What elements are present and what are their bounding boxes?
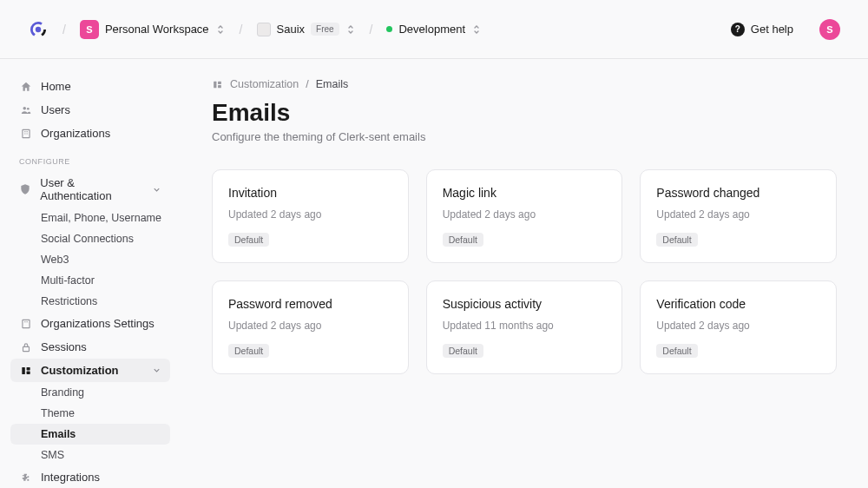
- card-badge: Default: [443, 344, 483, 358]
- clerk-logo[interactable]: [28, 19, 49, 40]
- help-label: Get help: [751, 23, 793, 36]
- sidebar-sub-emails[interactable]: Emails: [10, 424, 170, 445]
- page-title: Emails: [212, 99, 837, 127]
- sidebar-sub-social-connections[interactable]: Social Connections: [10, 228, 170, 249]
- sidebar-item-org-settings[interactable]: Organizations Settings: [10, 312, 170, 335]
- workspace-name: Personal Workspace: [105, 23, 209, 36]
- puzzle-icon: [19, 471, 32, 484]
- card-updated: Updated 11 months ago: [443, 320, 607, 332]
- card-title: Invitation: [228, 186, 392, 200]
- main-content: Customization / Emails Emails Configure …: [181, 59, 868, 488]
- chevron-down-icon: [152, 185, 161, 195]
- app-icon: [257, 23, 271, 36]
- card-title: Magic link: [443, 186, 607, 200]
- home-icon: [19, 80, 32, 93]
- sidebar-sub-restrictions[interactable]: Restrictions: [10, 291, 170, 312]
- selector-caret-icon: [471, 24, 482, 35]
- sidebar-item-integrations[interactable]: Integrations: [10, 465, 170, 488]
- breadcrumb-separator: /: [370, 23, 373, 36]
- organizations-icon: [19, 317, 32, 330]
- card-title: Password changed: [656, 186, 820, 200]
- card-updated: Updated 2 days ago: [443, 208, 607, 221]
- sidebar-item-user-auth[interactable]: User & Authentication: [10, 171, 170, 208]
- workspace-badge: S: [80, 20, 99, 39]
- email-card-password-changed[interactable]: Password changed Updated 2 days ago Defa…: [640, 169, 837, 263]
- sidebar-section-label: CONFIGURE: [10, 145, 170, 171]
- sidebar-item-label: Organizations: [41, 127, 110, 140]
- sidebar-sub-multi-factor[interactable]: Multi-factor: [10, 270, 170, 291]
- selector-caret-icon: [345, 24, 356, 35]
- card-badge: Default: [443, 233, 483, 247]
- svg-rect-5: [23, 346, 29, 351]
- users-icon: [19, 103, 32, 116]
- help-icon: ?: [731, 23, 745, 36]
- svg-rect-7: [26, 366, 30, 370]
- breadcrumb-parent[interactable]: Customization: [230, 78, 299, 90]
- card-updated: Updated 2 days ago: [656, 320, 820, 332]
- shield-icon: [19, 183, 31, 196]
- app-selector[interactable]: Sauix Free: [257, 23, 356, 36]
- card-updated: Updated 2 days ago: [228, 208, 392, 221]
- svg-rect-8: [26, 371, 30, 374]
- card-badge: Default: [228, 233, 269, 247]
- customization-icon: [19, 364, 32, 377]
- sidebar-sub-sms[interactable]: SMS: [10, 445, 170, 465]
- card-title: Verification code: [656, 297, 820, 311]
- svg-rect-3: [22, 129, 29, 137]
- sidebar-item-label: Users: [41, 103, 70, 116]
- sidebar-item-home[interactable]: Home: [10, 75, 170, 98]
- email-card-suspicious-activity[interactable]: Suspicious activity Updated 11 months ag…: [426, 280, 623, 374]
- customization-icon: [212, 79, 223, 90]
- card-updated: Updated 2 days ago: [656, 208, 820, 221]
- environment-name: Development: [398, 23, 465, 36]
- environment-selector[interactable]: Development: [386, 23, 482, 36]
- sidebar-sub-branding[interactable]: Branding: [10, 382, 170, 403]
- email-card-password-removed[interactable]: Password removed Updated 2 days ago Defa…: [212, 280, 409, 374]
- sidebar-item-label: Home: [41, 80, 71, 93]
- svg-point-1: [23, 106, 26, 109]
- app-name: Sauix: [277, 23, 306, 36]
- breadcrumb-separator: /: [62, 23, 66, 36]
- sidebar-sub-web3[interactable]: Web3: [10, 249, 170, 270]
- organizations-icon: [19, 127, 32, 140]
- sidebar-item-users[interactable]: Users: [10, 98, 170, 122]
- breadcrumb-current: Emails: [316, 78, 349, 90]
- email-templates-grid: Invitation Updated 2 days ago Default Ma…: [212, 169, 837, 374]
- card-updated: Updated 2 days ago: [228, 320, 392, 332]
- workspace-selector[interactable]: S Personal Workspace: [80, 20, 226, 39]
- breadcrumb: Customization / Emails: [212, 78, 837, 90]
- svg-rect-10: [214, 81, 216, 88]
- sidebar-item-sessions[interactable]: Sessions: [10, 335, 170, 359]
- email-card-verification-code[interactable]: Verification code Updated 2 days ago Def…: [640, 280, 837, 374]
- page-subtitle: Configure the theming of Clerk-sent emai…: [212, 130, 837, 143]
- svg-rect-4: [22, 320, 29, 327]
- email-card-magic-link[interactable]: Magic link Updated 2 days ago Default: [426, 169, 623, 263]
- svg-point-2: [26, 107, 29, 109]
- svg-rect-6: [22, 366, 25, 373]
- breadcrumb-separator: /: [306, 78, 308, 90]
- breadcrumb-separator: /: [240, 23, 243, 36]
- env-status-dot-icon: [386, 26, 392, 32]
- topbar: / S Personal Workspace / Sauix Free / De…: [0, 0, 868, 59]
- card-title: Password removed: [228, 297, 392, 311]
- svg-rect-11: [218, 81, 221, 83]
- sidebar-sub-theme[interactable]: Theme: [10, 403, 170, 424]
- sidebar-item-organizations[interactable]: Organizations: [10, 122, 170, 145]
- card-badge: Default: [228, 344, 269, 358]
- lock-icon: [19, 340, 32, 353]
- sidebar-item-label: Customization: [41, 364, 119, 377]
- email-card-invitation[interactable]: Invitation Updated 2 days ago Default: [212, 169, 409, 263]
- sidebar-item-customization[interactable]: Customization: [10, 359, 170, 382]
- user-avatar[interactable]: S: [819, 19, 840, 40]
- chevron-down-icon: [152, 366, 161, 375]
- plan-chip: Free: [311, 23, 339, 36]
- get-help-button[interactable]: ? Get help: [731, 23, 793, 36]
- svg-rect-12: [218, 85, 221, 88]
- sidebar-sub-email-phone-username[interactable]: Email, Phone, Username: [10, 208, 170, 228]
- card-badge: Default: [656, 233, 697, 247]
- sidebar-item-label: User & Authentication: [40, 176, 143, 202]
- sidebar-item-label: Integrations: [41, 471, 100, 484]
- card-badge: Default: [656, 344, 697, 358]
- sidebar-item-label: Sessions: [41, 340, 87, 353]
- sidebar: Home Users Organizations CONFIGURE User …: [0, 59, 181, 488]
